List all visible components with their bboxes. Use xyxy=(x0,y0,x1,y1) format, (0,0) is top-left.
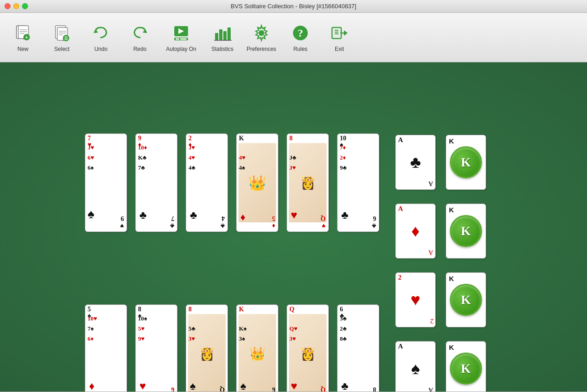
undo-label: Undo xyxy=(94,46,108,52)
svg-point-30 xyxy=(259,30,264,36)
rules-button[interactable]: ? Rules xyxy=(282,17,319,58)
preferences-label: Preferences xyxy=(247,46,277,52)
svg-rect-26 xyxy=(223,31,227,40)
redo-button[interactable]: Redo xyxy=(122,17,158,58)
rules-icon: ? xyxy=(290,23,310,43)
king-circle-clubs: K xyxy=(450,146,482,178)
redo-label: Redo xyxy=(133,46,147,52)
foundation-hearts[interactable]: 2 2 ♥ xyxy=(395,272,436,327)
svg-text:+: + xyxy=(25,35,28,40)
autoplay-icon xyxy=(171,23,191,43)
king-hearts[interactable]: K K xyxy=(446,272,486,327)
rules-label: Rules xyxy=(294,46,308,52)
column-1[interactable]: 7♥ J♥ 6♥ 6♠ ♠ ♥9 xyxy=(85,133,127,232)
statistics-label: Statistics xyxy=(211,46,233,52)
preferences-button[interactable]: Preferences xyxy=(243,17,280,58)
svg-text:?: ? xyxy=(298,27,303,39)
minimize-button[interactable] xyxy=(13,3,19,9)
bottom-column-4[interactable]: K♥ 👑 K♠ 3♠ ♠ ♠6 xyxy=(236,304,278,392)
svg-marker-35 xyxy=(344,30,348,36)
new-button[interactable]: + New xyxy=(5,17,41,58)
toolbar: + New ☰ Select Undo xyxy=(0,13,587,62)
exit-button[interactable]: Exit xyxy=(321,17,358,58)
close-button[interactable] xyxy=(5,3,11,9)
svg-rect-24 xyxy=(215,33,218,40)
king-spades[interactable]: K K xyxy=(446,341,486,392)
select-label: Select xyxy=(54,46,69,52)
preferences-icon xyxy=(251,23,271,43)
svg-rect-33 xyxy=(332,28,341,39)
exit-label: Exit xyxy=(335,46,344,52)
column-6[interactable]: 10♠ 7♦ 2♦ 9♣ ♣ ♣6 xyxy=(337,133,379,232)
autoplay-button[interactable]: Autoplay On xyxy=(161,17,202,58)
select-button[interactable]: ☰ Select xyxy=(44,17,80,58)
autoplay-label: Autoplay On xyxy=(166,46,196,52)
svg-marker-17 xyxy=(94,29,98,33)
statistics-button[interactable]: Statistics xyxy=(204,17,241,58)
king-clubs[interactable]: K K xyxy=(446,135,486,190)
foundation-spades[interactable]: A A ♠ xyxy=(395,341,436,392)
redo-icon xyxy=(130,23,150,43)
svg-rect-23 xyxy=(180,38,187,39)
select-icon: ☰ xyxy=(52,23,72,43)
king-circle-diamonds: K xyxy=(450,215,482,247)
maximize-button[interactable] xyxy=(22,3,28,9)
bottom-column-2[interactable]: 8♠ 10♠ 5♥ 9♥ ♥ ♥6 xyxy=(135,304,177,392)
column-4[interactable]: K♠ 👑 4♥ 4♠ ♦ ♦5 xyxy=(236,133,278,232)
king-circle-hearts: K xyxy=(450,284,482,316)
svg-rect-25 xyxy=(219,29,222,40)
bottom-column-1[interactable]: 5♠ 10♥ 7♠ 6♦ ♦ ♦ xyxy=(85,304,127,392)
svg-rect-22 xyxy=(176,38,179,39)
title-bar: BVS Solitaire Collection - Bisley [#1566… xyxy=(0,0,587,13)
exit-icon xyxy=(329,23,349,43)
game-area: 7♥ J♥ 6♥ 6♠ ♠ ♥9 9♦ 10♦ K♣ 7♣ ♣ ♣7 2 xyxy=(0,62,587,392)
svg-marker-18 xyxy=(143,29,147,33)
statistics-icon xyxy=(212,23,233,43)
bottom-column-5[interactable]: Q♦ 👸 Q♥ 3♥ ♥ ♥Q xyxy=(287,304,329,392)
svg-rect-27 xyxy=(227,28,231,40)
column-2[interactable]: 9♦ 10♦ K♣ 7♣ ♣ ♣7 xyxy=(135,133,177,232)
bottom-column-3[interactable]: 8♦ 👸 5♣ 3♥ ♠ ♠Q xyxy=(186,304,228,392)
window-title: BVS Solitaire Collection - Bisley [#1566… xyxy=(231,3,356,10)
column-3[interactable]: 2♦ J♥ 4♥ 4♣ ♣ ♣4 xyxy=(186,133,228,232)
new-label: New xyxy=(17,46,28,52)
undo-icon xyxy=(91,23,111,43)
new-icon: + xyxy=(13,23,33,43)
undo-button[interactable]: Undo xyxy=(83,17,119,58)
foundation-diamonds[interactable]: A A ♦ xyxy=(395,204,436,259)
bottom-column-6[interactable]: 6♣ 3♣ 2♣ 8♣ ♣ ♣8 xyxy=(337,304,379,392)
foundation-clubs[interactable]: A A ♣ xyxy=(395,135,436,190)
king-circle-spades: K xyxy=(450,353,482,385)
column-5[interactable]: 8♥ 👸 J♣ J♥ ♥ ♥Q xyxy=(287,133,329,232)
king-diamonds[interactable]: K K xyxy=(446,204,486,259)
window-controls xyxy=(5,3,28,9)
svg-text:☰: ☰ xyxy=(64,36,68,41)
